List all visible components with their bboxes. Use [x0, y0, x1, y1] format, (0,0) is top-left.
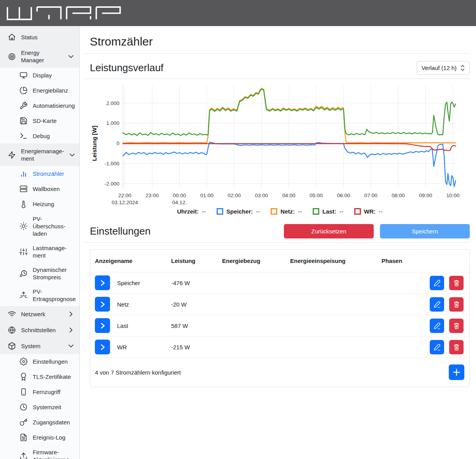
- sidebar-item-pv-überschuss-laden[interactable]: PV-Überschuss- laden: [0, 212, 79, 241]
- sidebar-item-ereignis-log[interactable]: Ereignis-Log: [0, 430, 79, 445]
- expand-row-button[interactable]: [95, 340, 110, 354]
- chevron-right-icon: [68, 311, 74, 317]
- sidebar-item-label: Display: [33, 72, 52, 79]
- table-footer-text: 4 von 7 Stromzählern konfiguriert: [95, 369, 181, 376]
- lightning-icon: [8, 151, 16, 159]
- save-button[interactable]: Speichern: [380, 224, 470, 238]
- sidebar-item-label: PV-Überschuss- laden: [33, 215, 74, 237]
- expand-row-button[interactable]: [95, 275, 110, 290]
- chevron-down-icon: [68, 343, 74, 349]
- svg-text:1.000: 1.000: [106, 120, 119, 126]
- sidebar-item-display[interactable]: Display: [0, 68, 79, 83]
- power-chart[interactable]: 2.0001.0000-1.000-2.00022:0003.12.202423…: [90, 84, 470, 215]
- sidebar-item-dynamischer-strompreis[interactable]: $Dynamischer Strompreis: [0, 263, 79, 284]
- sidebar-item-schnittstellen[interactable]: Schnittstellen: [0, 322, 79, 338]
- delete-button[interactable]: [449, 297, 464, 312]
- sidebar-item-label: Ereignis-Log: [33, 434, 65, 441]
- sidebar-item-label: Schnittstellen: [21, 326, 56, 334]
- add-meter-button[interactable]: [449, 364, 464, 380]
- delete-button[interactable]: [449, 340, 464, 354]
- col-anzeigename: Anzeigename: [95, 258, 171, 264]
- svg-text:22:00: 22:00: [118, 193, 131, 198]
- select-caret-icon: [460, 65, 465, 71]
- sidebar-item-label: Energy Manager: [21, 49, 63, 64]
- sidebar-item-systemzeit[interactable]: Systemzeit: [0, 399, 79, 415]
- sidebar-item-label: Energiebilanz: [33, 87, 68, 94]
- chevron-down-icon: [68, 54, 74, 60]
- sidebar-item-stromzähler[interactable]: Stromzähler: [0, 166, 79, 181]
- expand-row-button[interactable]: [95, 318, 110, 333]
- sidebar-item-fernzugriff[interactable]: Fernzugriff: [0, 384, 79, 399]
- sidebar-item-zugangsdaten[interactable]: Zugangsdaten: [0, 415, 79, 430]
- sidebar-item-tls-zertifikate[interactable]: TLS-Zertifikate: [0, 369, 79, 384]
- sidebar-item-debug[interactable]: Debug: [0, 128, 79, 144]
- row-power: -20 W: [171, 301, 222, 308]
- chevron-right-icon: [68, 327, 74, 333]
- svg-text:05:00: 05:00: [310, 193, 323, 198]
- legend-item-speicher[interactable]: Speicher:--: [217, 208, 260, 215]
- pencil-icon: [433, 322, 441, 329]
- page-title: Stromzähler: [90, 35, 470, 48]
- svg-text:-2.000: -2.000: [105, 181, 119, 187]
- row-power: -215 W: [171, 344, 222, 350]
- row-name: WR: [117, 344, 127, 350]
- sidebar-item-pv-ertragsprognose[interactable]: PV- Ertragsprognose: [0, 284, 79, 306]
- svg-text:04:00: 04:00: [282, 193, 296, 198]
- delete-button[interactable]: [449, 319, 464, 333]
- edit-button[interactable]: [430, 276, 444, 290]
- legend-time: Uhrzeit:--: [177, 208, 206, 215]
- col-leistung: Leistung: [171, 258, 222, 264]
- range-select[interactable]: Verlauf (12 h): [416, 61, 470, 75]
- power-chart-canvas[interactable]: 2.0001.0000-1.000-2.00022:0003.12.202423…: [90, 84, 460, 206]
- thermometer-icon: [19, 200, 28, 208]
- sidebar-item-energiemanage-ment[interactable]: Energiemanage- ment: [0, 144, 79, 166]
- table-row-speicher: Speicher-476 W: [90, 272, 469, 293]
- sidebar-item-heizung[interactable]: Heizung: [0, 196, 79, 212]
- legend-item-netz[interactable]: Netz:--: [271, 208, 302, 215]
- svg-text:$: $: [20, 274, 22, 278]
- sidebar-item-firmware-aktualisierung[interactable]: Firmware- Aktualisierung: [0, 445, 79, 459]
- smartphone-icon: [19, 388, 28, 396]
- table-header: Anzeigename Leistung Energiebezug Energi…: [90, 250, 469, 272]
- pie-chart-icon: [19, 86, 28, 95]
- pencil-icon: [433, 279, 441, 287]
- sidebar-item-label: SD-Karte: [33, 117, 57, 124]
- sidebar-item-lastmanage-ment[interactable]: Lastmanage- ment: [0, 241, 79, 263]
- sidebar-item-label: Energiemanage- ment: [21, 147, 64, 162]
- sidebar-item-status[interactable]: Status: [0, 26, 79, 45]
- legend-item-wr[interactable]: WR:--: [354, 208, 383, 215]
- sidebar-item-sd-karte[interactable]: SD-Karte: [0, 113, 79, 128]
- sidebar-item-netzwerk[interactable]: Netzwerk: [0, 306, 79, 322]
- reset-button[interactable]: Zurücksetzen: [284, 224, 374, 238]
- sidebar-item-label: Firmware- Aktualisierung: [33, 448, 69, 459]
- sidebar-item-automatisierung[interactable]: Automatisierung: [0, 98, 79, 113]
- legend-swatch-last: [313, 208, 319, 215]
- sunrise-icon: [19, 291, 28, 300]
- sidebar-item-einstellungen[interactable]: Einstellungen: [0, 354, 79, 369]
- sidebar-item-energy-manager[interactable]: Energy Manager: [0, 45, 79, 68]
- edit-button[interactable]: [430, 340, 444, 354]
- sidebar-item-energiebilanz[interactable]: Energiebilanz: [0, 83, 79, 98]
- log-icon: [19, 433, 28, 441]
- col-energieeinspeisung: Energieeinspeisung: [290, 258, 382, 264]
- chart-legend: Uhrzeit:--Speicher:--Netz:--Last:--WR:--: [90, 208, 470, 215]
- pencil-icon: [433, 300, 441, 308]
- sidebar-item-system[interactable]: System: [0, 338, 79, 354]
- warp-logo-icon: [7, 6, 121, 20]
- chevron-right-icon: [99, 322, 106, 329]
- delete-button[interactable]: [449, 276, 464, 290]
- sidebar-item-label: System: [21, 342, 40, 350]
- edit-button[interactable]: [430, 297, 444, 312]
- edit-button[interactable]: [430, 319, 444, 333]
- trash-icon: [453, 343, 460, 351]
- sidebar-item-wallboxen[interactable]: Wallboxen: [0, 181, 79, 196]
- pencil-icon: [433, 343, 441, 351]
- expand-row-button[interactable]: [95, 297, 110, 312]
- divider: [85, 53, 470, 54]
- table-footer: 4 von 7 Stromzählern konfiguriert: [90, 357, 469, 387]
- legend-item-last[interactable]: Last:--: [313, 208, 343, 215]
- bar-chart-icon: [19, 170, 28, 178]
- sidebar-item-label: Debug: [33, 132, 50, 140]
- sidebar-item-label: Wallboxen: [33, 185, 60, 193]
- svg-text:03:00: 03:00: [255, 193, 268, 198]
